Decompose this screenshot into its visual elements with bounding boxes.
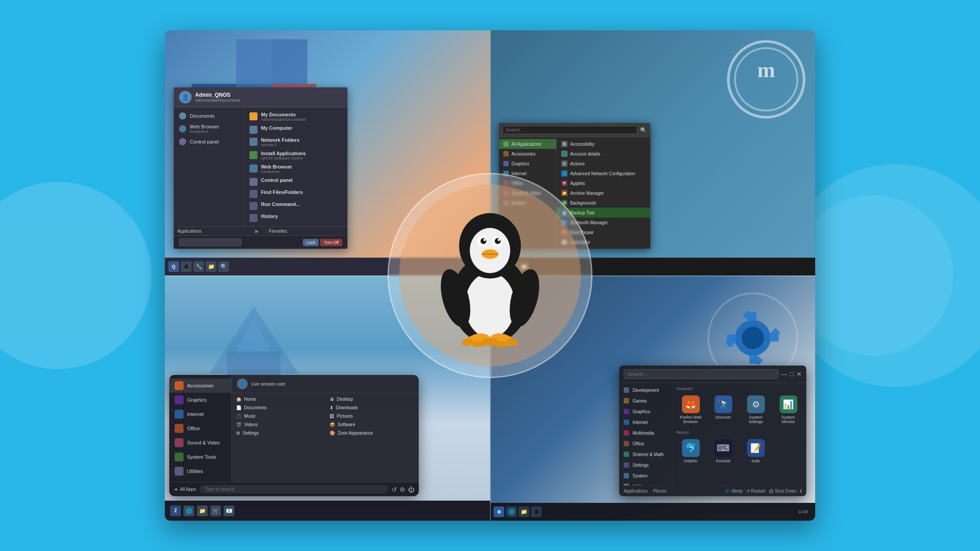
kde-footer-shutdown[interactable]: ⏻ Shut Down xyxy=(769,489,796,493)
zorin-refresh-icon[interactable]: ↺ xyxy=(392,486,397,493)
sm-item-web2[interactable]: Web Browser Konqueror xyxy=(245,162,347,176)
zorin-arrow-icon: ➜ xyxy=(174,487,177,492)
kde-cat-internet-dot xyxy=(624,419,629,425)
kde-cat-development[interactable]: Development xyxy=(619,385,672,395)
kde-window-close-btn[interactable]: ✕ xyxy=(796,370,802,378)
sm-lock-btn[interactable]: Lock xyxy=(303,239,318,246)
kde-cat-settings[interactable]: Settings xyxy=(619,460,672,470)
mint-app-account[interactable]: 👤 Account details xyxy=(557,149,650,159)
mint-cat-graphics[interactable]: Graphics xyxy=(499,159,556,169)
zorin-all-apps-btn[interactable]: ➜ All Apps xyxy=(174,487,196,492)
zorin-cat-office[interactable]: Office xyxy=(169,421,231,436)
zorin-cat-accessories-icon xyxy=(175,381,184,390)
tb-zorin-start[interactable]: Z xyxy=(170,506,181,516)
sm-item-browser[interactable]: Web Browser Konqueror xyxy=(174,122,245,136)
sm-user-info: Admin_QNOS Administrator/Documents xyxy=(195,92,240,103)
sm-install-info: Install Applications QNOS Software Centr… xyxy=(261,151,306,160)
zorin-cat-systemtools[interactable]: System Tools xyxy=(169,450,231,464)
kde-cat-util-label: Utilities xyxy=(633,484,647,486)
sm-item-install[interactable]: Install Applications QNOS Software Centr… xyxy=(245,149,347,162)
kde-footer-sleep[interactable]: 💤 Sleep xyxy=(725,489,743,493)
mint-search-btn[interactable]: 🔍 xyxy=(640,127,647,133)
kde-cat-science[interactable]: Science & Math xyxy=(619,449,672,460)
mint-cat-acc-dot xyxy=(503,151,509,156)
kde-cat-multimedia[interactable]: Multimedia xyxy=(619,428,672,438)
bg-shape-right2 xyxy=(793,195,953,356)
kde-cat-system[interactable]: System xyxy=(619,470,672,481)
zorin-settings-icon[interactable]: ⚙ xyxy=(400,486,405,493)
sm-apps-bar[interactable]: Applications ▶ Favorites xyxy=(174,226,347,235)
tb-kde-2[interactable]: 📁 xyxy=(519,506,529,517)
zorin-place-music[interactable]: 🎵 Music xyxy=(232,412,325,420)
zorin-cat-internet[interactable]: Internet xyxy=(169,407,231,421)
zorin-cat-utilities[interactable]: Utilities xyxy=(169,464,231,478)
kde-app-discover[interactable]: 🔭 Discover xyxy=(709,393,738,427)
kde-footer-info[interactable]: ℹ xyxy=(800,489,802,493)
kde-app-settings[interactable]: ⚙ System Settings xyxy=(741,393,770,427)
zorin-place-docs[interactable]: 📄 Documents xyxy=(232,403,325,412)
kde-app-konsole[interactable]: ⌨ Konsole xyxy=(709,436,738,466)
zorin-place-settings[interactable]: ⚙ Settings xyxy=(232,429,325,437)
sm-search-input[interactable] xyxy=(179,238,241,246)
sm-item-mycomputer[interactable]: My Computer xyxy=(245,123,347,136)
zorin-place-downloads[interactable]: ⬇ Downloads xyxy=(325,403,419,412)
zorin-place-software[interactable]: 📦 Software xyxy=(325,420,419,429)
sm-item-run[interactable]: Run Command... xyxy=(245,200,347,212)
kde-search-input[interactable] xyxy=(624,369,779,379)
sm-item-history[interactable]: History xyxy=(245,212,347,224)
kde-footer-places[interactable]: Places xyxy=(653,489,666,493)
tb-kde-3[interactable]: 🖥 xyxy=(531,506,542,517)
zorin-place-downloads-icon: ⬇ xyxy=(330,405,333,410)
tux-svg xyxy=(428,204,552,347)
tb-start-btn[interactable]: Q xyxy=(168,261,179,272)
tb-zorin-4[interactable]: 📧 xyxy=(224,506,234,516)
kde-app-kate[interactable]: 📝 Kate xyxy=(741,436,770,466)
kde-cat-utilities[interactable]: Utilities xyxy=(619,481,672,485)
zorin-place-videos[interactable]: 🎬 Videos xyxy=(232,420,325,429)
mint-cat-accessories[interactable]: Accessories xyxy=(499,149,556,159)
tb-icon-1[interactable]: 🖥 xyxy=(181,261,192,272)
zorin-cat-accessories[interactable]: Accessories xyxy=(169,378,231,393)
tb-kde-start[interactable]: ⚙ xyxy=(494,506,504,517)
sm-item-network[interactable]: Network Folders remote:// xyxy=(245,136,347,149)
zorin-place-home[interactable]: 🏠 Home xyxy=(232,395,325,403)
tb-icon-3[interactable]: 📁 xyxy=(206,261,216,272)
zorin-place-desktop[interactable]: 🖥 Desktop xyxy=(325,395,419,403)
zorin-place-appearance[interactable]: 🎨 Zorin Appearance xyxy=(325,429,419,437)
tb-kde-1[interactable]: 🌐 xyxy=(506,506,517,517)
sm-item-documents[interactable]: Documents xyxy=(174,110,245,122)
kde-footer-restart[interactable]: ↺ Restart xyxy=(746,489,765,493)
sm-item-control[interactable]: Control panel xyxy=(174,136,245,148)
mint-app-accessibility[interactable]: ♿ Accessibility xyxy=(557,139,650,149)
sm-turnoff-btn[interactable]: Turn Off xyxy=(320,239,342,246)
sm-item-ctrl2[interactable]: Control panel xyxy=(245,176,347,188)
kde-cat-office[interactable]: Office xyxy=(619,438,672,449)
sm-item-find[interactable]: Find Files/Folders xyxy=(245,188,347,200)
kde-app-firefox[interactable]: 🦊 Firefox Web Browser xyxy=(676,393,705,427)
zorin-cat-soundvideo[interactable]: Sound & Video xyxy=(169,436,231,450)
kde-cat-games[interactable]: Games xyxy=(619,395,672,406)
kde-body: Development Games Graphics Internet xyxy=(619,383,806,485)
svg-point-28 xyxy=(481,238,486,244)
kde-app-dolphin[interactable]: 🐬 Dolphin xyxy=(676,436,705,466)
kde-footer-applications[interactable]: Applications xyxy=(624,489,648,493)
kde-cat-graphics[interactable]: Graphics xyxy=(619,406,672,417)
tb-zorin-3[interactable]: 🛒 xyxy=(210,506,221,516)
sm-web2-title: Web Browser xyxy=(261,164,292,169)
mint-search-input[interactable] xyxy=(502,126,637,134)
zorin-cat-graphics[interactable]: Graphics xyxy=(169,393,231,407)
mint-cat-all[interactable]: All Applications xyxy=(499,139,556,149)
tb-icon-4[interactable]: 🔍 xyxy=(218,261,229,272)
kde-window-min-btn[interactable]: — xyxy=(781,370,788,378)
kde-window-max-btn[interactable]: □ xyxy=(790,370,794,378)
zorin-place-pictures[interactable]: 🖼 Pictures xyxy=(325,412,419,420)
mint-app-actions[interactable]: ⚡ Actions xyxy=(557,159,650,169)
kde-app-monitor[interactable]: 📊 System Monitor xyxy=(774,393,803,427)
tb-zorin-1[interactable]: 🌐 xyxy=(184,506,194,516)
zorin-power-icon[interactable]: ⏻ xyxy=(408,486,414,493)
zorin-search-input[interactable] xyxy=(200,485,388,493)
kde-cat-internet[interactable]: Internet xyxy=(619,417,672,428)
tb-icon-2[interactable]: 🔧 xyxy=(193,261,204,272)
tb-zorin-2[interactable]: 📁 xyxy=(197,506,208,516)
sm-item-mydocs[interactable]: My Documents Administrator/Documents xyxy=(245,110,347,123)
